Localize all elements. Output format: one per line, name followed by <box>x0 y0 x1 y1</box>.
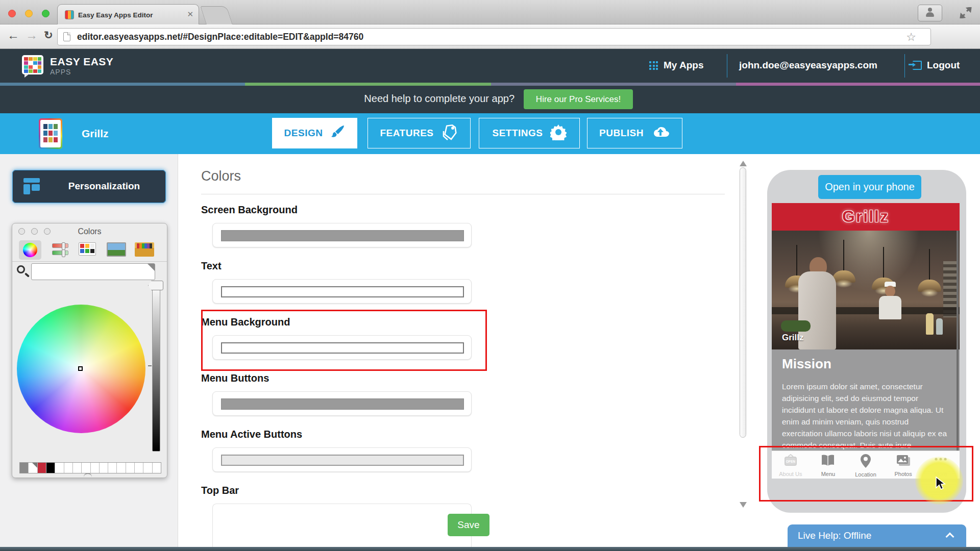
window-close-icon[interactable] <box>8 10 16 17</box>
tab-settings[interactable]: SETTINGS <box>479 118 580 148</box>
app-name: Grillz <box>82 128 109 140</box>
brightness-slider[interactable] <box>152 284 160 452</box>
tab-publish[interactable]: PUBLISH <box>587 118 682 148</box>
layout-icon <box>23 178 40 194</box>
header-separator <box>727 54 727 78</box>
my-apps-grid-icon <box>649 61 658 70</box>
window-zoom-icon[interactable] <box>42 10 50 17</box>
live-help-bar[interactable]: Live Help: Offline <box>788 524 966 547</box>
chevron-up-icon <box>946 533 954 541</box>
my-apps-link[interactable]: My Apps <box>664 60 703 71</box>
mac-colors-panel: Colors <box>12 223 167 478</box>
browser-window: Easy Easy Apps Editor ✕ ← → ↻ editor.eas… <box>0 0 980 551</box>
search-icon <box>17 265 25 273</box>
color-field-text[interactable] <box>212 279 472 304</box>
url-text: editor.easyeasyapps.net/#DesignPlace:edi… <box>77 32 363 42</box>
app-nav-bar: Grillz DESIGN FEATURES SETTINGS PUBLISH <box>0 113 980 154</box>
mouse-cursor <box>935 477 947 493</box>
open-in-phone-button[interactable]: Open in your phone <box>818 175 921 199</box>
color-field-screen-background[interactable] <box>212 223 472 247</box>
scrollbar-down-arrow[interactable] <box>740 502 747 511</box>
swatch-row[interactable] <box>19 462 161 473</box>
forward-button[interactable]: → <box>26 28 38 42</box>
hire-pro-services-button[interactable]: Hire our Pro Services! <box>524 89 633 109</box>
swatch-red[interactable] <box>38 463 46 473</box>
tab-design[interactable]: DESIGN <box>272 118 357 148</box>
image-icon[interactable] <box>107 242 126 257</box>
window-bottom-edge <box>0 547 980 551</box>
color-swatch-bar[interactable] <box>221 398 464 410</box>
color-field-menu-active-buttons[interactable] <box>212 447 472 472</box>
save-button[interactable]: Save <box>448 514 489 536</box>
account-email[interactable]: john.doe@easyeasyapps.com <box>739 60 877 71</box>
color-swatch-bar[interactable] <box>221 286 464 297</box>
phone-scrollbar[interactable] <box>957 231 959 479</box>
color-search-input[interactable] <box>31 263 155 280</box>
person-icon <box>926 8 934 12</box>
page-icon <box>63 32 70 41</box>
brush-icon <box>330 124 345 142</box>
phone-app-header: Grillz <box>772 203 960 231</box>
fullscreen-arrows-icon[interactable] <box>960 7 972 18</box>
field-label-top-bar: Top Bar <box>201 485 239 496</box>
slider-midpoint-tick <box>148 365 152 366</box>
logout-icon <box>913 61 922 70</box>
browser-toolbar: ← → ↻ editor.easyeasyapps.net/#DesignPla… <box>0 25 980 49</box>
color-swatch-bar[interactable] <box>221 455 464 466</box>
divider <box>201 194 725 194</box>
color-selector-handle[interactable] <box>78 366 83 371</box>
field-label-menu-active-buttons: Menu Active Buttons <box>201 429 302 440</box>
live-help-label: Live Help: Offline <box>798 530 871 541</box>
new-tab-button[interactable] <box>200 6 233 24</box>
window-minimize-icon[interactable] <box>25 10 33 17</box>
back-button[interactable]: ← <box>7 28 19 42</box>
scrollbar-up-arrow[interactable] <box>740 157 747 166</box>
photo-watermark: Grillz <box>782 333 804 343</box>
sliders-icon[interactable] <box>51 242 70 258</box>
logo-subtext: APPS <box>50 68 71 76</box>
annotation-red-box-menu-background <box>201 310 487 371</box>
field-label-menu-buttons: Menu Buttons <box>201 372 269 384</box>
address-bar[interactable]: editor.easyeasyapps.net/#DesignPlace:edi… <box>57 28 931 45</box>
editor-content: Personalization Colors <box>0 154 980 547</box>
header-separator <box>904 54 905 78</box>
browser-tab[interactable]: Easy Easy Apps Editor ✕ <box>57 4 199 24</box>
grillz-app-icon <box>39 118 62 149</box>
logo-text: EASY EASY <box>50 56 113 68</box>
tab-title: Easy Easy Apps Editor <box>78 11 185 19</box>
logout-link[interactable]: Logout <box>927 60 960 71</box>
palette-icon[interactable] <box>79 242 96 256</box>
scrollbar-thumb[interactable] <box>740 167 746 438</box>
color-field-menu-buttons[interactable] <box>212 391 472 416</box>
field-label-screen-background: Screen Background <box>201 204 298 216</box>
panel-title: Colors <box>12 227 167 236</box>
page-title: Colors <box>201 168 241 184</box>
tags-icon <box>440 124 458 143</box>
gear-icon <box>550 124 567 143</box>
color-field-top-bar[interactable] <box>212 504 472 547</box>
tab-favicon-icon <box>65 10 74 19</box>
crayons-icon[interactable] <box>135 242 154 257</box>
panel-resize-handle[interactable] <box>84 473 92 477</box>
swatch-black[interactable] <box>46 463 55 473</box>
help-bar: Need help to complete your app? Hire our… <box>0 86 980 113</box>
browser-profile-button[interactable] <box>918 5 942 21</box>
bookmark-star-icon[interactable]: ☆ <box>906 31 916 44</box>
color-search-row <box>12 262 167 284</box>
color-wheel-tab[interactable] <box>19 240 41 260</box>
tab-close-icon[interactable]: ✕ <box>187 10 193 18</box>
app-header: EASY EASY APPS My Apps john.doe@easyeasy… <box>0 49 980 83</box>
field-label-text: Text <box>201 260 222 272</box>
phone-section-title: Mission <box>782 356 831 372</box>
phone-cover-photo: Grillz <box>772 231 960 349</box>
sidebar-item-personalization[interactable]: Personalization <box>12 170 166 203</box>
reload-button[interactable]: ↻ <box>44 29 53 41</box>
cloud-upload-icon <box>651 124 670 142</box>
swatch-gray[interactable] <box>20 463 29 473</box>
color-swatch-bar[interactable] <box>221 230 464 241</box>
swatch-white[interactable] <box>29 463 37 473</box>
tab-features[interactable]: FEATURES <box>368 118 471 148</box>
easyeasy-logo-icon[interactable] <box>21 55 44 80</box>
color-panel-toolbar <box>12 239 167 262</box>
color-wheel-icon <box>23 243 37 257</box>
